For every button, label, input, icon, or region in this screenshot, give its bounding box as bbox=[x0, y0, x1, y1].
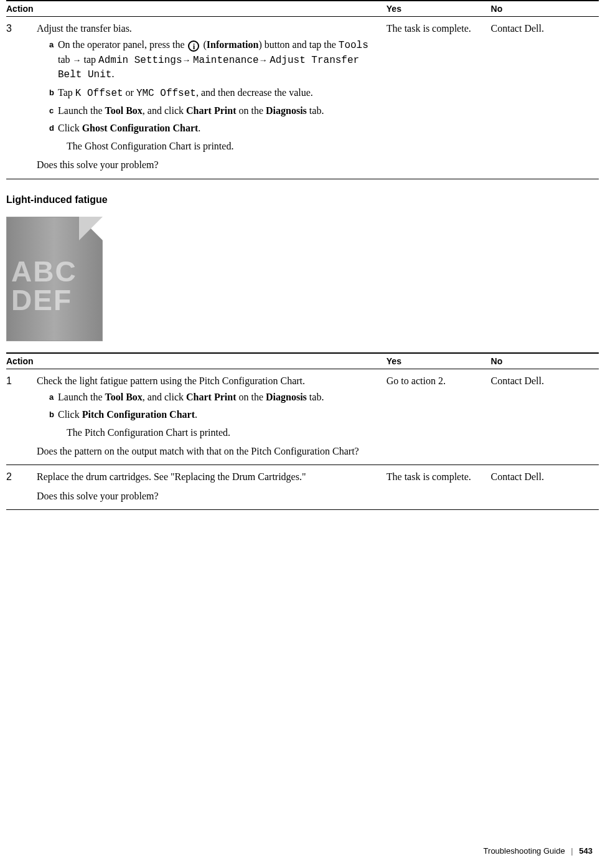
bold-text: Pitch Configuration Chart bbox=[82, 409, 195, 420]
mono-text: Tools bbox=[339, 40, 368, 51]
sub-content: Launch the Tool Box, and click Chart Pri… bbox=[58, 104, 379, 118]
mono-text: Admin Settings bbox=[98, 55, 182, 66]
no-cell: Contact Dell. bbox=[489, 369, 599, 465]
text: ) button and tap the bbox=[258, 39, 338, 50]
text: Launch the bbox=[58, 392, 105, 402]
closing-question: Does this solve your problem? bbox=[37, 158, 379, 172]
step-content: Check the light fatigue pattern using th… bbox=[37, 374, 379, 459]
sub-letter: d bbox=[49, 121, 58, 153]
bold-text: Tool Box bbox=[105, 105, 143, 116]
step-number: 3 bbox=[6, 22, 34, 35]
troubleshooting-table-1: Action Yes No 3 Adjust the transfer bias… bbox=[6, 0, 599, 179]
step-number: 1 bbox=[6, 374, 34, 388]
table-header-row: Action Yes No bbox=[6, 1, 599, 17]
step-content: Replace the drum cartridges. See "Replac… bbox=[37, 470, 379, 503]
text: Tap bbox=[58, 87, 75, 98]
text: on the bbox=[237, 105, 266, 116]
sub-letter: a bbox=[49, 390, 58, 404]
mono-text: Maintenance bbox=[193, 55, 259, 66]
text: tab bbox=[58, 54, 73, 65]
closing-question: Does this solve your problem? bbox=[37, 489, 379, 503]
mono-text: YMC Offset bbox=[136, 88, 196, 99]
text: , and click bbox=[143, 392, 186, 402]
bold-text: Diagnosis bbox=[266, 105, 307, 116]
bold-text: Tool Box bbox=[105, 392, 143, 402]
page-footer: Troubleshooting Guide | 543 bbox=[484, 846, 593, 856]
sub-step-a: a On the operator panel, press the i (In… bbox=[49, 38, 379, 82]
yes-cell: Go to action 2. bbox=[384, 369, 489, 465]
header-no: No bbox=[489, 353, 599, 369]
arrow-icon: → bbox=[73, 55, 82, 65]
information-icon: i bbox=[188, 40, 199, 52]
mono-text: K Offset bbox=[75, 88, 123, 99]
action-main: Check the light fatigue pattern using th… bbox=[37, 374, 379, 388]
bold-text: Chart Print bbox=[186, 105, 236, 116]
action-main: Replace the drum cartridges. See "Replac… bbox=[37, 470, 379, 484]
table-row: 1 Check the light fatigue pattern using … bbox=[6, 369, 599, 465]
result-text: The Ghost Configuration Chart is printed… bbox=[67, 139, 379, 153]
result-text: The Pitch Configuration Chart is printed… bbox=[67, 426, 379, 440]
sub-step-d: d Click Ghost Configuration Chart. The G… bbox=[49, 121, 379, 153]
bold-text: Diagnosis bbox=[266, 392, 307, 402]
action-cell: 1 Check the light fatigue pattern using … bbox=[6, 369, 384, 465]
footer-title: Troubleshooting Guide bbox=[484, 846, 565, 856]
sub-letter: c bbox=[49, 104, 58, 118]
no-cell: Contact Dell. bbox=[489, 465, 599, 510]
sub-letter: b bbox=[49, 408, 58, 440]
step-number: 2 bbox=[6, 470, 34, 484]
table-row: 3 Adjust the transfer bias. a On the ope… bbox=[6, 17, 599, 179]
table-row: 2 Replace the drum cartridges. See "Repl… bbox=[6, 465, 599, 510]
text: tab. bbox=[307, 392, 324, 402]
no-cell: Contact Dell. bbox=[489, 17, 599, 179]
step-content: Adjust the transfer bias. a On the opera… bbox=[37, 22, 379, 172]
footer-separator: | bbox=[571, 846, 573, 856]
sub-letter: a bbox=[49, 38, 58, 82]
bold-text: Chart Print bbox=[186, 392, 236, 402]
text: or bbox=[123, 87, 136, 98]
sub-content: On the operator panel, press the i (Info… bbox=[58, 38, 379, 82]
section-heading: Light-induced fatigue bbox=[6, 194, 599, 205]
header-no: No bbox=[489, 1, 599, 17]
action-main: Adjust the transfer bias. bbox=[37, 22, 379, 35]
sub-content: Click Pitch Configuration Chart. The Pit… bbox=[58, 408, 379, 440]
bold-text: Information bbox=[207, 39, 259, 50]
sub-step-b: b Tap K Offset or YMC Offset, and then d… bbox=[49, 86, 379, 100]
sub-content: Launch the Tool Box, and click Chart Pri… bbox=[58, 390, 379, 404]
text: on the bbox=[237, 392, 266, 402]
page-number: 543 bbox=[579, 846, 593, 856]
text: On the operator panel, press the bbox=[58, 39, 187, 50]
header-yes: Yes bbox=[384, 1, 489, 17]
text: Launch the bbox=[58, 105, 105, 116]
arrow-icon: → bbox=[259, 55, 270, 65]
text: Click bbox=[58, 123, 82, 133]
header-action: Action bbox=[6, 1, 384, 17]
sub-step-a: a Launch the Tool Box, and click Chart P… bbox=[49, 390, 379, 404]
action-cell: 3 Adjust the transfer bias. a On the ope… bbox=[6, 17, 384, 179]
sub-steps: a On the operator panel, press the i (In… bbox=[49, 38, 379, 153]
fatigue-illustration: ABC DEF bbox=[6, 217, 103, 341]
text: , and click bbox=[143, 105, 186, 116]
troubleshooting-table-2: Action Yes No 1 Check the light fatigue … bbox=[6, 352, 599, 511]
action-cell: 2 Replace the drum cartridges. See "Repl… bbox=[6, 465, 384, 510]
header-yes: Yes bbox=[384, 353, 489, 369]
header-action: Action bbox=[6, 353, 384, 369]
sub-content: Click Ghost Configuration Chart. The Gho… bbox=[58, 121, 379, 153]
table-header-row: Action Yes No bbox=[6, 353, 599, 369]
text: tab. bbox=[307, 105, 324, 116]
text-line: DEF bbox=[11, 286, 77, 314]
bold-text: Ghost Configuration Chart bbox=[82, 123, 199, 133]
closing-question: Does the pattern on the output match wit… bbox=[37, 445, 379, 458]
yes-cell: The task is complete. bbox=[384, 17, 489, 179]
paper-fold-icon bbox=[79, 217, 103, 240]
text-line: ABC bbox=[11, 257, 77, 286]
sub-letter: b bbox=[49, 86, 58, 100]
sub-step-b: b Click Pitch Configuration Chart. The P… bbox=[49, 408, 379, 440]
sub-step-c: c Launch the Tool Box, and click Chart P… bbox=[49, 104, 379, 118]
sub-steps: a Launch the Tool Box, and click Chart P… bbox=[49, 390, 379, 440]
arrow-icon: → bbox=[182, 55, 194, 65]
text: tap bbox=[82, 54, 99, 65]
text: , and then decrease the value. bbox=[196, 87, 313, 98]
yes-cell: The task is complete. bbox=[384, 465, 489, 510]
sub-content: Tap K Offset or YMC Offset, and then dec… bbox=[58, 86, 379, 100]
text: Click bbox=[58, 409, 82, 420]
